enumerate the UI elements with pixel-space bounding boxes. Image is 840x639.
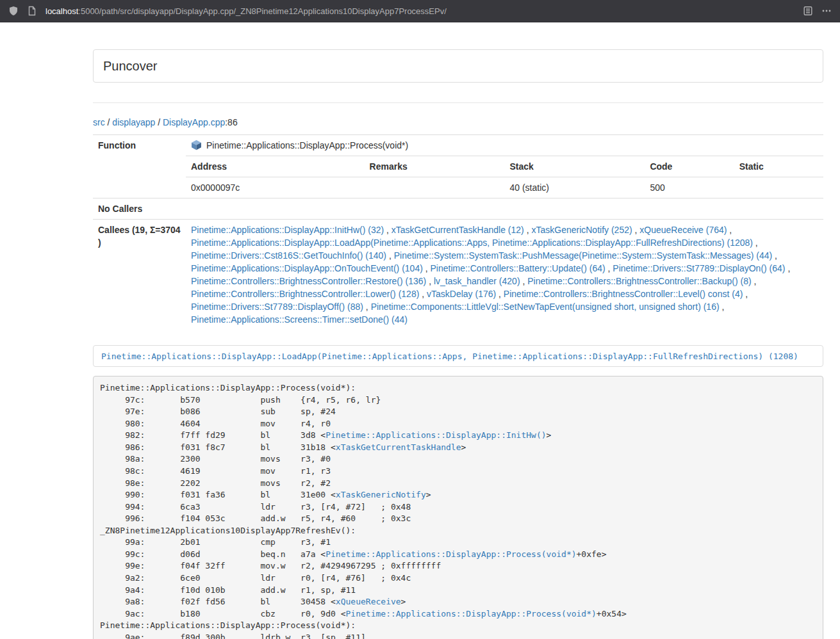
column-header-code: Code xyxy=(645,156,734,177)
callees-row: Callees (19, Σ=3704 ) Pinetime::Applicat… xyxy=(93,220,823,330)
breadcrumb-link-src[interactable]: src xyxy=(93,117,105,127)
highlighted-symbol-link[interactable]: Pinetime::Applications::DisplayApp::Load… xyxy=(101,352,798,361)
callers-row: No Callers xyxy=(93,198,823,220)
function-name: Pinetime::Applications::DisplayApp::Proc… xyxy=(206,140,408,150)
detail-header-row: Address Remarks Stack Code Static xyxy=(186,156,823,177)
breadcrumb-line-number: :86 xyxy=(225,117,237,127)
callee-link[interactable]: xQueueReceive (764) xyxy=(639,225,727,235)
symbol-table: Function Pinetime::Applications::Display… xyxy=(93,134,823,330)
callee-link[interactable]: Pinetime::Controllers::BrightnessControl… xyxy=(191,276,426,286)
function-name-row: Pinetime::Applications::DisplayApp::Proc… xyxy=(186,135,823,156)
browser-toolbar: localhost:5000/path/src/displayapp/Displ… xyxy=(0,0,840,22)
app-title: Puncover xyxy=(103,59,813,73)
callee-link[interactable]: Pinetime::System::SystemTask::PushMessag… xyxy=(394,250,773,261)
callee-link[interactable]: Pinetime::Applications::DisplayApp::Load… xyxy=(191,238,753,248)
page-info-icon[interactable] xyxy=(27,6,37,16)
callee-link[interactable]: xTaskGenericNotify (252) xyxy=(531,225,632,235)
callee-link[interactable]: Pinetime::Controllers::BrightnessControl… xyxy=(527,276,751,286)
column-header-address: Address xyxy=(186,156,365,177)
callees-cell: Pinetime::Applications::DisplayApp::Init… xyxy=(186,220,823,330)
callee-link[interactable]: Pinetime::Drivers::St7789::DisplayOff() … xyxy=(191,302,363,312)
function-row: Function Pinetime::Applications::Display… xyxy=(93,135,823,198)
code-symbol-link[interactable]: xQueueReceive xyxy=(336,597,401,606)
callers-cell xyxy=(186,198,823,220)
column-header-static: Static xyxy=(734,156,823,177)
callee-link[interactable]: Pinetime::Applications::DisplayApp::Init… xyxy=(191,225,384,235)
breadcrumb-link-displayapp.cpp[interactable]: DisplayApp.cpp xyxy=(163,117,225,127)
callee-link[interactable]: Pinetime::Drivers::Cst816S::GetTouchInfo… xyxy=(191,250,386,261)
callees-label: Callees (19, Σ=3704 ) xyxy=(93,220,186,330)
highlighted-symbol-panel: Pinetime::Applications::DisplayApp::Load… xyxy=(93,345,823,367)
callee-link[interactable]: Pinetime::Applications::Screens::Timer::… xyxy=(191,314,408,325)
callee-link[interactable]: vTaskDelay (176) xyxy=(427,289,496,299)
page-actions-menu-icon[interactable] xyxy=(821,6,832,16)
breadcrumb-separator: / xyxy=(155,117,163,127)
symbol-detail-table: Address Remarks Stack Code Static 0x0000… xyxy=(186,156,823,198)
callee-link[interactable]: Pinetime::Drivers::St7789::DisplayOn() (… xyxy=(613,263,785,273)
callee-link[interactable]: Pinetime::Components::LittleVgl::SetNewT… xyxy=(371,302,720,312)
callee-link[interactable]: xTaskGetCurrentTaskHandle (12) xyxy=(391,225,524,235)
stack-value: 40 (static) xyxy=(504,177,645,198)
breadcrumb-link-displayapp[interactable]: displayapp xyxy=(112,117,155,127)
callee-link[interactable]: Pinetime::Controllers::BrightnessControl… xyxy=(504,289,743,299)
remarks-value xyxy=(365,177,505,198)
url-path: :5000/path/src/displayapp/DisplayApp.cpp… xyxy=(78,6,447,16)
function-icon xyxy=(191,140,202,150)
divider xyxy=(93,102,823,103)
column-header-remarks: Remarks xyxy=(365,156,505,177)
callee-link[interactable]: lv_task_handler (420) xyxy=(434,276,520,286)
static-value xyxy=(734,177,823,198)
disassembly-block: Pinetime::Applications::DisplayApp::Proc… xyxy=(93,376,823,639)
url-bar[interactable]: localhost:5000/path/src/displayapp/Displ… xyxy=(45,6,795,16)
code-symbol-link[interactable]: Pinetime::Applications::DisplayApp::Proc… xyxy=(325,549,576,559)
code-symbol-link[interactable]: xTaskGetCurrentTaskHandle xyxy=(336,442,461,452)
shield-icon[interactable] xyxy=(8,6,19,16)
code-value: 500 xyxy=(645,177,734,198)
column-header-stack: Stack xyxy=(504,156,645,177)
code-symbol-link[interactable]: Pinetime::Applications::DisplayApp::Proc… xyxy=(346,609,597,619)
code-symbol-link[interactable]: Pinetime::Applications::DisplayApp::Init… xyxy=(325,430,546,440)
url-host: localhost xyxy=(45,6,78,16)
breadcrumb: src / displayapp / DisplayApp.cpp:86 xyxy=(93,116,823,129)
callee-link[interactable]: Pinetime::Controllers::Battery::Update()… xyxy=(431,263,605,273)
detail-value-row: 0x0000097c 40 (static) 500 xyxy=(186,177,823,198)
app-header-panel: Puncover xyxy=(93,49,823,83)
page-content: Puncover src / displayapp / DisplayApp.c… xyxy=(93,22,823,639)
address-value: 0x0000097c xyxy=(186,177,365,198)
breadcrumb-separator: / xyxy=(105,117,113,127)
code-symbol-link[interactable]: xTaskGenericNotify xyxy=(336,490,426,499)
callee-link[interactable]: Pinetime::Controllers::BrightnessControl… xyxy=(191,289,419,299)
reader-mode-icon[interactable] xyxy=(803,6,813,16)
callee-link[interactable]: Pinetime::Applications::DisplayApp::OnTo… xyxy=(191,263,423,273)
no-callers-label: No Callers xyxy=(93,198,186,220)
function-row-label: Function xyxy=(93,135,186,198)
function-cell: Pinetime::Applications::DisplayApp::Proc… xyxy=(186,135,823,198)
